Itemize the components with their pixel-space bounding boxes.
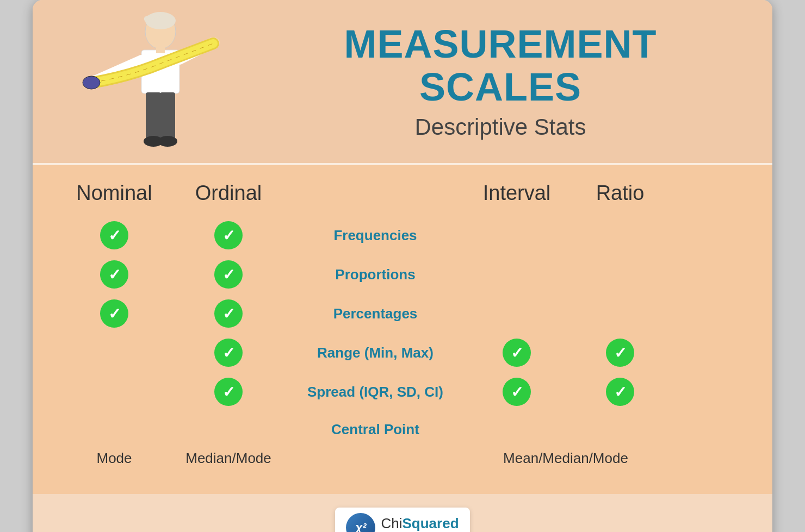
row-pct-ordinal: ✓ [169,294,288,333]
header-separator [33,163,772,165]
svg-point-11 [158,136,177,147]
row-pct-nominal: ✓ [60,294,169,333]
interval-ratio-bottom-label: Mean/Median/Mode [462,450,669,467]
row-freq-label: Frequencies [288,216,462,255]
check-range-ratio: ✓ [606,339,634,367]
row-range-ordinal: ✓ [169,333,288,372]
row-range-label: Range (Min, Max) [288,333,462,372]
row-prop-ratio-empty [571,255,669,294]
columns-header: Nominal Ordinal Interval Ratio [60,181,745,205]
row-spread-interval: ✓ [462,372,571,411]
center-bottom-empty [288,450,462,467]
logo-chi: Chi [381,515,402,531]
row-range-nominal-empty [60,333,169,372]
svg-rect-9 [160,92,175,141]
cp-label-cell: Central Point [288,416,462,443]
check-pct-ordinal: ✓ [214,299,243,328]
spread-label: Spread (IQR, SD, CI) [307,384,443,400]
proportions-label: Proportions [335,266,415,283]
cp-interval-empty [462,416,571,443]
row-prop-label: Proportions [288,255,462,294]
illustration-area [65,11,239,152]
ordinal-bottom-label: Median/Mode [169,450,288,467]
svg-point-1 [145,12,176,29]
svg-point-7 [83,76,100,89]
bottom-labels-row: Mode Median/Mode Mean/Median/Mode [60,450,745,467]
range-label: Range (Min, Max) [317,345,434,361]
svg-rect-12 [156,47,165,53]
row-pct-label: Percentages [288,294,462,333]
header-text-area: MEASUREMENT SCALES Descriptive Stats [239,23,740,140]
person-icon [76,11,228,152]
logo-container: χ² ChiSquared Innovations [335,508,469,532]
ratio-header: Ratio [571,181,669,205]
row-prop-interval-empty [462,255,571,294]
percentages-label: Percentages [333,305,418,322]
check-freq-ordinal: ✓ [214,221,243,249]
subtitle: Descriptive Stats [261,114,740,140]
logo-name: ChiSquared [381,515,459,532]
logo-squared: Squared [402,515,459,531]
central-point-label: Central Point [331,421,419,438]
check-range-ordinal: ✓ [214,339,243,367]
check-spread-interval: ✓ [503,378,531,406]
check-spread-ordinal: ✓ [214,378,243,406]
svg-rect-8 [146,92,161,141]
footer: χ² ChiSquared Innovations [33,494,772,532]
row-prop-ordinal: ✓ [169,255,288,294]
check-spread-ratio: ✓ [606,378,634,406]
row-freq-nominal: ✓ [60,216,169,255]
row-spread-ordinal: ✓ [169,372,288,411]
check-prop-ordinal: ✓ [214,260,243,289]
cp-nominal-empty [60,416,169,443]
row-spread-label: Spread (IQR, SD, CI) [288,372,462,411]
check-range-interval: ✓ [503,339,531,367]
logo-icon: χ² [346,513,375,532]
row-range-ratio: ✓ [571,333,669,372]
logo-text-area: ChiSquared Innovations [381,515,459,532]
row-freq-ratio-empty [571,216,669,255]
central-point-row: Central Point [60,416,745,443]
nominal-header: Nominal [60,181,169,205]
row-spread-nominal-empty [60,372,169,411]
cp-ordinal-empty [169,416,288,443]
check-freq-nominal: ✓ [100,221,128,249]
header-section: MEASUREMENT SCALES Descriptive Stats [33,0,772,163]
row-pct-ratio-empty [571,294,669,333]
row-range-interval: ✓ [462,333,571,372]
frequencies-label: Frequencies [333,227,417,244]
nominal-bottom-label: Mode [60,450,169,467]
row-pct-interval-empty [462,294,571,333]
row-prop-nominal: ✓ [60,255,169,294]
data-grid: ✓ ✓ Frequencies ✓ ✓ Proportions [60,216,745,411]
main-title: MEASUREMENT SCALES [261,23,740,109]
row-freq-ordinal: ✓ [169,216,288,255]
check-pct-nominal: ✓ [100,299,128,328]
ordinal-header: Ordinal [169,181,288,205]
row-freq-interval-empty [462,216,571,255]
main-content: Nominal Ordinal Interval Ratio ✓ ✓ Frequ… [33,165,772,494]
interval-header: Interval [462,181,571,205]
cp-ratio-empty [571,416,669,443]
main-card: MEASUREMENT SCALES Descriptive Stats Nom… [33,0,772,532]
check-prop-nominal: ✓ [100,260,128,289]
row-spread-ratio: ✓ [571,372,669,411]
